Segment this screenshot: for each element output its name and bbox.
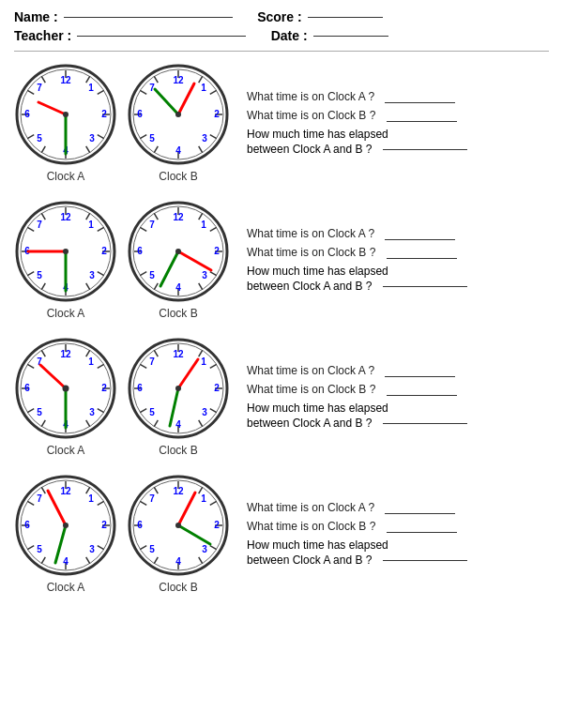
clock-a-1: 12 1 2 3 4 5 6 7: [14, 63, 117, 166]
score-line[interactable]: [308, 17, 383, 18]
date-label: Date :: [271, 28, 308, 43]
svg-text:3: 3: [202, 544, 207, 554]
svg-point-174: [63, 523, 68, 528]
svg-text:6: 6: [137, 520, 143, 530]
svg-text:7: 7: [37, 83, 42, 93]
clock-a-container-2: 12 1 2 3 4 5 6 7 Clock A: [14, 200, 117, 320]
q2-1: What time is on Clock B ?: [247, 109, 549, 122]
q1-2: What time is on Clock A ?: [247, 227, 549, 240]
q2-3: What time is on Clock B ?: [247, 383, 549, 396]
svg-text:3: 3: [202, 270, 207, 281]
name-line[interactable]: [64, 17, 233, 18]
svg-text:3: 3: [89, 407, 95, 417]
clock-a-container-3: 12 1 2 3 4 5 6 7 Clock A: [14, 337, 117, 457]
svg-point-199: [175, 523, 181, 528]
clock-a-label-3: Clock A: [47, 444, 85, 457]
svg-text:4: 4: [175, 145, 181, 156]
clock-b-container-2: 12 1 2 3 4 5 6 7 Clock B: [127, 200, 230, 320]
svg-point-24: [63, 112, 68, 117]
svg-text:7: 7: [37, 220, 42, 230]
answer-2-2[interactable]: [387, 258, 457, 259]
svg-text:4: 4: [175, 556, 181, 567]
svg-text:2: 2: [101, 246, 107, 256]
svg-text:12: 12: [173, 349, 184, 359]
svg-text:2: 2: [214, 383, 220, 393]
svg-text:7: 7: [149, 83, 155, 93]
svg-text:2: 2: [214, 520, 220, 530]
q2-2: What time is on Clock B ?: [247, 246, 549, 259]
clock-a-container-4: 12 1 2 3 4 5 6 7 Clock A: [14, 474, 117, 594]
svg-text:6: 6: [24, 383, 30, 393]
clock-b-2: 12 1 2 3 4 5 6 7: [127, 200, 230, 303]
score-label: Score :: [257, 9, 301, 24]
q1-3: What time is on Clock A ?: [247, 364, 549, 377]
answer-3-4[interactable]: [383, 560, 467, 561]
questions-3: What time is on Clock A ? What time is o…: [239, 364, 549, 430]
svg-point-74: [63, 249, 68, 254]
q1-4: What time is on Clock A ?: [247, 501, 549, 514]
svg-text:1: 1: [88, 356, 94, 367]
elapsed-1: How much time has elapsed between Clock …: [247, 128, 549, 156]
clock-b-3: 12 1 2 3 4 5 6 7: [127, 337, 230, 440]
clock-a-2: 12 1 2 3 4 5 6 7: [14, 200, 117, 303]
clock-b-label-3: Clock B: [159, 444, 197, 457]
svg-text:1: 1: [88, 83, 94, 93]
answer-1-4[interactable]: [385, 513, 455, 514]
svg-text:2: 2: [214, 109, 220, 119]
clock-b-label-2: Clock B: [159, 307, 197, 320]
answer-1-2[interactable]: [385, 239, 455, 240]
exercise-row-3: 12 1 2 3 4 5 6 7 Clock A: [14, 337, 549, 457]
worksheet: Name : Score : Teacher : Date :: [14, 9, 549, 594]
svg-text:4: 4: [63, 556, 68, 567]
clock-a-4: 12 1 2 3 4 5 6 7: [14, 474, 117, 577]
teacher-label: Teacher :: [14, 28, 71, 43]
clock-b-container-1: 12 1 2 3 4 5 6 7 Clock B: [127, 63, 230, 183]
svg-text:7: 7: [37, 493, 42, 504]
svg-text:1: 1: [201, 356, 206, 367]
q2-4: What time is on Clock B ?: [247, 520, 549, 533]
clock-b-container-4: 12 1 2 3 4 5 6 7 Clock B: [127, 474, 230, 594]
answer-1-1[interactable]: [385, 102, 455, 103]
svg-point-99: [175, 249, 181, 254]
svg-text:12: 12: [173, 75, 184, 85]
svg-text:1: 1: [201, 493, 206, 504]
svg-text:5: 5: [149, 407, 155, 417]
svg-text:2: 2: [101, 520, 107, 530]
svg-point-149: [175, 386, 181, 391]
clock-a-3: 12 1 2 3 4 5 6 7: [14, 337, 117, 440]
svg-text:6: 6: [137, 109, 143, 119]
elapsed-4: How much time has elapsed between Clock …: [247, 538, 549, 567]
answer-3-1[interactable]: [383, 149, 467, 150]
answer-3-3[interactable]: [383, 423, 467, 424]
clock-b-label-1: Clock B: [159, 170, 197, 183]
exercise-row-1: 12 1 2 3 4 5 6 7 Clock A: [14, 63, 549, 183]
svg-text:4: 4: [175, 282, 181, 293]
clock-pair-3: 12 1 2 3 4 5 6 7 Clock A: [14, 337, 230, 457]
teacher-line[interactable]: [77, 36, 246, 37]
date-line[interactable]: [313, 36, 388, 37]
questions-1: What time is on Clock A ? What time is o…: [239, 90, 549, 156]
elapsed-2: How much time has elapsed between Clock …: [247, 265, 549, 293]
clock-a-label-2: Clock A: [47, 307, 85, 320]
svg-text:12: 12: [173, 486, 184, 496]
header: Name : Score : Teacher : Date :: [14, 9, 549, 43]
answer-2-3[interactable]: [387, 395, 457, 396]
clock-pair-1: 12 1 2 3 4 5 6 7 Clock A: [14, 63, 230, 183]
clock-b-4: 12 1 2 3 4 5 6 7: [127, 474, 230, 577]
svg-text:1: 1: [201, 220, 206, 230]
svg-text:1: 1: [88, 220, 94, 230]
answer-3-2[interactable]: [383, 286, 467, 287]
svg-text:5: 5: [37, 133, 42, 144]
svg-text:1: 1: [201, 83, 206, 93]
elapsed-3: How much time has elapsed between Clock …: [247, 402, 549, 430]
exercise-row-4: 12 1 2 3 4 5 6 7 Clock A: [14, 474, 549, 594]
header-divider: [14, 51, 549, 52]
answer-2-1[interactable]: [387, 121, 457, 122]
svg-text:6: 6: [137, 383, 143, 393]
answer-2-4[interactable]: [387, 532, 457, 533]
clock-pair-2: 12 1 2 3 4 5 6 7 Clock A: [14, 200, 230, 320]
svg-text:3: 3: [202, 133, 207, 144]
svg-text:5: 5: [149, 133, 155, 144]
answer-1-3[interactable]: [385, 376, 455, 377]
svg-text:3: 3: [202, 407, 207, 417]
